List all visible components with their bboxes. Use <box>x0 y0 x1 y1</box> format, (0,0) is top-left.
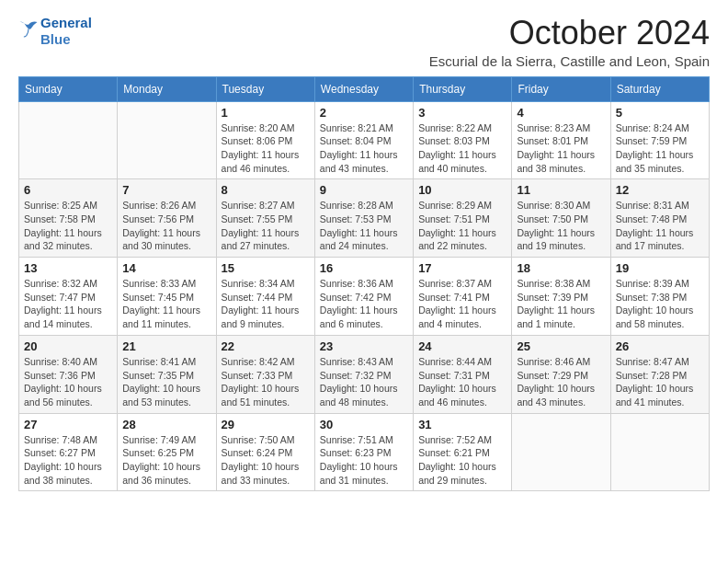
day-info: Sunrise: 8:40 AM Sunset: 7:36 PM Dayligh… <box>24 355 112 409</box>
table-row: 8Sunrise: 8:27 AM Sunset: 7:55 PM Daylig… <box>216 179 314 258</box>
day-info: Sunrise: 8:30 AM Sunset: 7:50 PM Dayligh… <box>517 199 605 253</box>
day-info: Sunrise: 8:38 AM Sunset: 7:39 PM Dayligh… <box>517 277 605 331</box>
day-number: 6 <box>24 183 112 197</box>
table-row: 24Sunrise: 8:44 AM Sunset: 7:31 PM Dayli… <box>414 335 512 413</box>
day-info: Sunrise: 8:21 AM Sunset: 8:04 PM Dayligh… <box>320 121 408 176</box>
calendar-header: SundayMondayTuesdayWednesdayThursdayFrid… <box>19 76 710 101</box>
day-info: Sunrise: 7:51 AM Sunset: 6:23 PM Dayligh… <box>320 433 408 488</box>
table-row: 7Sunrise: 8:26 AM Sunset: 7:56 PM Daylig… <box>118 179 216 258</box>
day-number: 13 <box>24 261 112 275</box>
month-title: October 2024 <box>429 15 710 52</box>
table-row: 30Sunrise: 7:51 AM Sunset: 6:23 PM Dayli… <box>314 413 413 491</box>
day-info: Sunrise: 8:44 AM Sunset: 7:31 PM Dayligh… <box>418 355 506 409</box>
day-info: Sunrise: 8:20 AM Sunset: 8:06 PM Dayligh… <box>222 121 310 176</box>
day-info: Sunrise: 8:26 AM Sunset: 7:56 PM Dayligh… <box>122 199 210 253</box>
day-number: 1 <box>222 106 310 120</box>
logo-bird-icon <box>18 19 39 40</box>
day-number: 16 <box>320 261 408 275</box>
weekday-header-sunday: Sunday <box>19 76 118 101</box>
logo-text: General Blue <box>40 15 92 48</box>
day-info: Sunrise: 8:34 AM Sunset: 7:44 PM Dayligh… <box>222 277 310 331</box>
day-info: Sunrise: 8:43 AM Sunset: 7:32 PM Dayligh… <box>320 355 408 409</box>
table-row: 20Sunrise: 8:40 AM Sunset: 7:36 PM Dayli… <box>19 335 118 413</box>
weekday-header-thursday: Thursday <box>414 76 512 101</box>
day-number: 29 <box>222 418 310 431</box>
table-row: 6Sunrise: 8:25 AM Sunset: 7:58 PM Daylig… <box>19 179 118 258</box>
table-row: 22Sunrise: 8:42 AM Sunset: 7:33 PM Dayli… <box>216 335 314 413</box>
day-number: 4 <box>517 106 605 120</box>
day-info: Sunrise: 8:24 AM Sunset: 7:59 PM Dayligh… <box>616 121 704 176</box>
table-row: 21Sunrise: 8:41 AM Sunset: 7:35 PM Dayli… <box>118 335 216 413</box>
day-info: Sunrise: 8:29 AM Sunset: 7:51 PM Dayligh… <box>418 199 506 253</box>
calendar: SundayMondayTuesdayWednesdayThursdayFrid… <box>18 76 710 492</box>
day-number: 22 <box>222 339 310 353</box>
day-number: 28 <box>122 418 210 431</box>
day-info: Sunrise: 8:25 AM Sunset: 7:58 PM Dayligh… <box>24 199 112 253</box>
day-number: 10 <box>418 183 506 197</box>
weekday-header-friday: Friday <box>512 76 610 101</box>
calendar-week-row: 27Sunrise: 7:48 AM Sunset: 6:27 PM Dayli… <box>19 413 710 491</box>
table-row: 1Sunrise: 8:20 AM Sunset: 8:06 PM Daylig… <box>216 101 314 179</box>
day-number: 25 <box>517 339 605 353</box>
day-info: Sunrise: 8:37 AM Sunset: 7:41 PM Dayligh… <box>418 277 506 331</box>
table-row: 28Sunrise: 7:49 AM Sunset: 6:25 PM Dayli… <box>118 413 216 491</box>
day-number: 19 <box>616 261 704 275</box>
table-row: 31Sunrise: 7:52 AM Sunset: 6:21 PM Dayli… <box>414 413 512 491</box>
table-row: 15Sunrise: 8:34 AM Sunset: 7:44 PM Dayli… <box>216 258 314 336</box>
day-info: Sunrise: 7:49 AM Sunset: 6:25 PM Dayligh… <box>122 433 210 488</box>
day-number: 17 <box>418 261 506 275</box>
day-number: 20 <box>24 339 112 353</box>
day-info: Sunrise: 7:52 AM Sunset: 6:21 PM Dayligh… <box>418 433 506 488</box>
table-row: 27Sunrise: 7:48 AM Sunset: 6:27 PM Dayli… <box>19 413 118 491</box>
table-row: 25Sunrise: 8:46 AM Sunset: 7:29 PM Dayli… <box>512 335 610 413</box>
calendar-week-row: 6Sunrise: 8:25 AM Sunset: 7:58 PM Daylig… <box>19 179 710 258</box>
table-row: 2Sunrise: 8:21 AM Sunset: 8:04 PM Daylig… <box>314 101 413 179</box>
table-row: 26Sunrise: 8:47 AM Sunset: 7:28 PM Dayli… <box>610 335 709 413</box>
day-info: Sunrise: 8:32 AM Sunset: 7:47 PM Dayligh… <box>24 277 112 331</box>
day-number: 23 <box>320 339 408 353</box>
calendar-week-row: 1Sunrise: 8:20 AM Sunset: 8:06 PM Daylig… <box>19 101 710 179</box>
weekday-header-monday: Monday <box>118 76 216 101</box>
day-info: Sunrise: 8:47 AM Sunset: 7:28 PM Dayligh… <box>616 355 704 409</box>
table-row <box>118 101 216 179</box>
table-row: 29Sunrise: 7:50 AM Sunset: 6:24 PM Dayli… <box>216 413 314 491</box>
table-row <box>19 101 118 179</box>
table-row: 16Sunrise: 8:36 AM Sunset: 7:42 PM Dayli… <box>314 258 413 336</box>
day-info: Sunrise: 8:23 AM Sunset: 8:01 PM Dayligh… <box>517 121 605 176</box>
day-number: 3 <box>418 106 506 120</box>
day-number: 14 <box>122 261 210 275</box>
day-number: 18 <box>517 261 605 275</box>
day-info: Sunrise: 8:41 AM Sunset: 7:35 PM Dayligh… <box>122 355 210 409</box>
day-number: 9 <box>320 183 408 197</box>
day-info: Sunrise: 8:39 AM Sunset: 7:38 PM Dayligh… <box>616 277 704 331</box>
location-title: Escurial de la Sierra, Castille and Leon… <box>429 53 710 69</box>
day-info: Sunrise: 7:48 AM Sunset: 6:27 PM Dayligh… <box>24 433 112 488</box>
day-number: 31 <box>418 418 506 431</box>
day-number: 27 <box>24 418 112 431</box>
day-info: Sunrise: 7:50 AM Sunset: 6:24 PM Dayligh… <box>222 433 310 488</box>
day-info: Sunrise: 8:31 AM Sunset: 7:48 PM Dayligh… <box>616 199 704 253</box>
logo-line1: General <box>40 15 92 30</box>
day-number: 7 <box>122 183 210 197</box>
day-info: Sunrise: 8:36 AM Sunset: 7:42 PM Dayligh… <box>320 277 408 331</box>
day-number: 30 <box>320 418 408 431</box>
title-block: October 2024 Escurial de la Sierra, Cast… <box>429 15 710 69</box>
day-number: 15 <box>222 261 310 275</box>
day-number: 5 <box>616 106 704 120</box>
day-info: Sunrise: 8:42 AM Sunset: 7:33 PM Dayligh… <box>222 355 310 409</box>
table-row: 19Sunrise: 8:39 AM Sunset: 7:38 PM Dayli… <box>610 258 709 336</box>
calendar-week-row: 13Sunrise: 8:32 AM Sunset: 7:47 PM Dayli… <box>19 258 710 336</box>
day-info: Sunrise: 8:46 AM Sunset: 7:29 PM Dayligh… <box>517 355 605 409</box>
day-number: 21 <box>122 339 210 353</box>
day-number: 12 <box>616 183 704 197</box>
day-number: 2 <box>320 106 408 120</box>
table-row <box>512 413 610 491</box>
table-row: 5Sunrise: 8:24 AM Sunset: 7:59 PM Daylig… <box>610 101 709 179</box>
day-number: 8 <box>222 183 310 197</box>
header: General Blue October 2024 Escurial de la… <box>18 15 710 69</box>
weekday-header-tuesday: Tuesday <box>216 76 314 101</box>
day-number: 26 <box>616 339 704 353</box>
logo-line2: Blue <box>40 31 71 47</box>
weekday-header-row: SundayMondayTuesdayWednesdayThursdayFrid… <box>19 76 710 101</box>
table-row: 10Sunrise: 8:29 AM Sunset: 7:51 PM Dayli… <box>414 179 512 258</box>
